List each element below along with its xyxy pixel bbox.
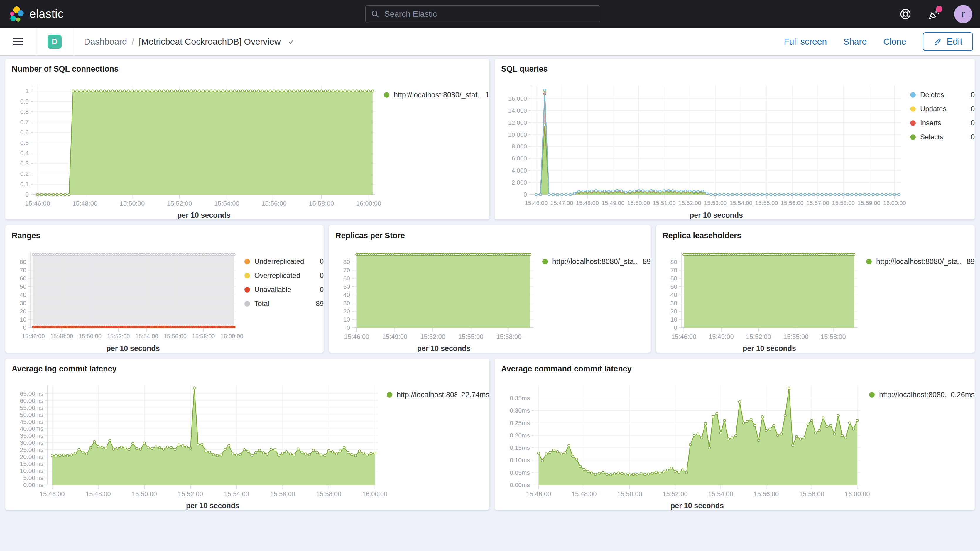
- y-tick-label: 20: [343, 308, 350, 315]
- title-check-icon[interactable]: [287, 38, 295, 46]
- full-screen-button[interactable]: Full screen: [784, 37, 827, 47]
- chart-ranges: 0102030405060708015:46:0015:48:0015:50:0…: [5, 252, 324, 353]
- legend-item[interactable]: Updates0: [910, 105, 975, 113]
- space-avatar[interactable]: D: [48, 35, 62, 49]
- x-tick-label: 15:53:00: [704, 200, 727, 207]
- x-tick-label: 15:48:00: [50, 333, 73, 340]
- legend-item[interactable]: http://localhost:8080/_sta...89: [542, 257, 651, 266]
- legend-dot-icon: [244, 273, 250, 279]
- legend-value: 0: [971, 105, 975, 113]
- panel-title-sql-queries[interactable]: SQL queries: [495, 59, 975, 74]
- y-tick-label: 30: [670, 299, 677, 307]
- legend-item[interactable]: http://localhost:808...22.74ms: [387, 390, 489, 399]
- panel-title-replicas-per-store[interactable]: Replicas per Store: [329, 225, 651, 240]
- x-tick-label: 15:46:00: [671, 333, 697, 341]
- y-tick-label: 1: [25, 88, 29, 94]
- y-axis-labels: 01020304050607080: [660, 252, 681, 328]
- x-tick-label: 15:48:00: [571, 490, 597, 498]
- y-tick-label: 15.00ms: [20, 460, 43, 467]
- legend-dot-icon: [244, 287, 250, 293]
- x-tick-label: 15:52:00: [167, 200, 192, 207]
- help-button[interactable]: [898, 6, 913, 22]
- legend-dot-icon: [910, 120, 916, 126]
- breadcrumb: Dashboard / [Metricbeat CockroachDB] Ove…: [84, 37, 295, 47]
- logo-text: elastic: [29, 7, 64, 21]
- legend-label: Selects: [920, 133, 967, 141]
- legend-item[interactable]: Unavailable0: [244, 285, 324, 294]
- legend-item[interactable]: Total89: [244, 299, 324, 308]
- y-tick-label: 40: [670, 291, 677, 298]
- y-tick-label: 10.00ms: [20, 467, 43, 475]
- legend-label: Unavailable: [255, 285, 316, 294]
- y-tick-label: 0.35ms: [510, 395, 530, 402]
- legend-item[interactable]: Selects0: [910, 133, 975, 141]
- y-tick-label: 30.00ms: [20, 439, 43, 446]
- legend-value: 0: [971, 91, 975, 99]
- elastic-logo-icon: [9, 6, 25, 22]
- share-button[interactable]: Share: [843, 37, 867, 47]
- legend-item[interactable]: Deletes0: [910, 91, 975, 99]
- y-tick-label: 8,000: [511, 143, 527, 150]
- chart-legend: Deletes0Updates0Inserts0Selects0: [901, 85, 975, 220]
- y-tick-label: 0.00ms: [510, 481, 530, 489]
- legend-value: 22.74ms: [461, 390, 489, 399]
- legend-item[interactable]: Underreplicated0: [244, 257, 324, 266]
- x-tick-label: 15:58:00: [316, 490, 342, 498]
- plot-area: 15:46:0015:49:0015:52:0015:55:0015:58:00…: [354, 252, 533, 353]
- x-tick-label: 15:46:00: [22, 333, 45, 340]
- legend-dot-icon: [866, 259, 872, 264]
- panel-title-sql-connections[interactable]: Number of SQL connections: [5, 59, 489, 74]
- menu-button[interactable]: [0, 28, 36, 56]
- legend-value: 0: [971, 133, 975, 141]
- legend-value: 0: [320, 271, 324, 280]
- chart-sql-connections: 00.10.20.30.40.50.60.70.80.9115:46:0015:…: [5, 85, 489, 220]
- legend-item[interactable]: Overreplicated0: [244, 271, 324, 280]
- x-tick-label: 15:52:00: [746, 333, 771, 341]
- panel-title-avg-command-commit-latency[interactable]: Average command commit latency: [495, 358, 975, 374]
- y-tick-label: 0.8: [20, 108, 29, 115]
- legend-item[interactable]: http://localhost:8080/_stat...1: [384, 91, 489, 99]
- x-axis-title: per 10 seconds: [531, 211, 901, 220]
- panel-title-replica-leaseholders[interactable]: Replica leaseholders: [656, 225, 975, 240]
- plot-area: 15:46:0015:48:0015:50:0015:52:0015:54:00…: [33, 85, 375, 220]
- legend-item[interactable]: http://localhost:8080/_sta...89: [866, 257, 975, 266]
- legend-item[interactable]: http://localhost:8080...0.26ms: [869, 390, 975, 399]
- panel-sql-queries: SQL queries02,0004,0006,0008,00010,00012…: [495, 59, 975, 220]
- x-tick-label: 15:48:00: [86, 490, 111, 498]
- y-tick-label: 10: [343, 316, 350, 323]
- elastic-logo[interactable]: elastic: [0, 6, 64, 22]
- y-tick-label: 16,000: [508, 95, 527, 102]
- legend-label: Updates: [920, 105, 967, 113]
- y-tick-label: 0: [674, 324, 677, 331]
- news-button[interactable]: [926, 6, 941, 22]
- x-tick-label: 15:46:00: [40, 490, 65, 498]
- x-axis-title: per 10 seconds: [354, 344, 533, 353]
- x-tick-label: 15:55:00: [458, 333, 484, 341]
- y-axis-labels: 02,0004,0006,0008,00010,00012,00014,0001…: [499, 85, 531, 194]
- user-avatar[interactable]: r: [954, 5, 972, 23]
- x-axis-labels: 15:46:0015:49:0015:52:0015:55:0015:58:00: [681, 328, 858, 342]
- y-axis-labels: 0.00ms5.00ms10.00ms15.00ms20.00ms25.00ms…: [10, 385, 48, 485]
- legend-item[interactable]: Inserts0: [910, 119, 975, 127]
- search-input[interactable]: [384, 10, 590, 19]
- edit-button[interactable]: Edit: [923, 32, 973, 51]
- page-title: [Metricbeat CockroachDB] Overview: [139, 37, 281, 47]
- life-ring-icon: [899, 8, 912, 20]
- panel-title-ranges[interactable]: Ranges: [5, 225, 324, 240]
- legend-dot-icon: [910, 92, 916, 98]
- chart-legend: http://localhost:8080/_sta...89: [533, 252, 651, 353]
- legend-label: http://localhost:8080...: [879, 390, 947, 399]
- legend-value: 89: [643, 257, 651, 266]
- y-tick-label: 12,000: [508, 119, 527, 126]
- chart-legend: http://localhost:8080...0.26ms: [860, 385, 975, 510]
- top-navbar: elastic: [0, 0, 980, 28]
- y-tick-label: 0.2: [20, 170, 29, 177]
- x-tick-label: 15:59:00: [858, 200, 881, 207]
- legend-dot-icon: [910, 134, 916, 140]
- global-search[interactable]: [365, 5, 600, 23]
- panel-title-avg-log-commit-latency[interactable]: Average log commit latency: [5, 358, 489, 374]
- legend-value: 0: [320, 285, 324, 294]
- clone-button[interactable]: Clone: [883, 37, 906, 47]
- legend-dot-icon: [244, 259, 250, 264]
- breadcrumb-dashboard[interactable]: Dashboard: [84, 37, 127, 47]
